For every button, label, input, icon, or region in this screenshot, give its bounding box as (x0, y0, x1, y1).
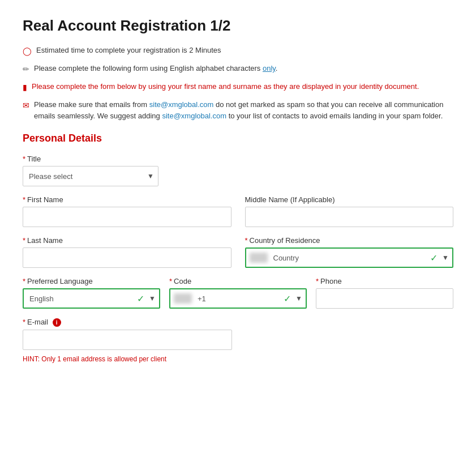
first-name-input[interactable] (23, 207, 231, 227)
country-select-wrapper: Country ✓ ▼ (245, 247, 454, 268)
title-group: *Title Please select Mr Mrs Ms Dr ▼ (23, 155, 453, 186)
email-label: *E-mail i (23, 318, 232, 327)
clock-icon: ◯ (23, 45, 32, 57)
phone-input[interactable] (316, 288, 453, 309)
only-link[interactable]: only (263, 64, 276, 72)
last-name-group: *Last Name (23, 236, 231, 268)
code-label: *Code (169, 277, 307, 285)
page-title: Real Account Registration 1/2 (23, 17, 453, 35)
title-label: *Title (23, 155, 453, 163)
id-icon: ▮ (23, 82, 27, 93)
title-select-wrapper: Please select Mr Mrs Ms Dr ▼ (23, 166, 158, 186)
phone-group: *Phone (316, 277, 453, 309)
email-icon: ✉ (23, 100, 29, 112)
info-list: ◯ Estimated time to complete your regist… (23, 45, 453, 121)
middle-name-label: Middle Name (If Applicable) (245, 195, 454, 204)
email-link-1[interactable]: site@xmglobal.com (149, 100, 214, 109)
first-name-label: *First Name (23, 195, 231, 204)
phone-label: *Phone (316, 277, 453, 285)
info-item-time: ◯ Estimated time to complete your regist… (23, 45, 453, 57)
pencil-icon: ✏ (23, 63, 29, 75)
email-group: *E-mail i HINT: Only 1 email address is … (23, 318, 232, 363)
language-select-wrapper: English Spanish French ✓ ▼ (23, 288, 160, 309)
title-select[interactable]: Please select Mr Mrs Ms Dr (23, 166, 158, 186)
email-hint: HINT: Only 1 email address is allowed pe… (23, 355, 232, 363)
last-name-label: *Last Name (23, 236, 231, 245)
preferred-language-group: *Preferred Language English Spanish Fren… (23, 277, 160, 309)
info-item-alphabet: ✏ Please complete the following form usi… (23, 63, 453, 75)
middle-name-input[interactable] (245, 207, 454, 227)
code-select-wrapper: +1 ✓ ▼ (169, 288, 307, 309)
code-select[interactable]: +1 (169, 288, 307, 309)
email-info-icon[interactable]: i (53, 318, 61, 327)
email-link-2[interactable]: site@xmglobal.com (162, 112, 226, 120)
info-item-identity: ▮ Please complete the form below by usin… (23, 81, 453, 93)
code-group: *Code +1 ✓ ▼ (169, 277, 307, 309)
section-title: Personal Details (23, 133, 453, 144)
middle-name-group: Middle Name (If Applicable) (245, 195, 454, 227)
country-label: *Country of Residence (245, 236, 454, 245)
email-input[interactable] (23, 330, 232, 350)
country-select[interactable]: Country (245, 247, 454, 268)
last-name-input[interactable] (23, 247, 231, 268)
country-group: *Country of Residence Country ✓ ▼ (245, 236, 454, 268)
info-item-email-spam: ✉ Please make sure that emails from site… (23, 99, 453, 121)
lang-phone-row: *Preferred Language English Spanish Fren… (23, 277, 453, 309)
language-select[interactable]: English Spanish French (23, 288, 160, 309)
preferred-language-label: *Preferred Language (23, 277, 160, 285)
form-grid: *First Name Middle Name (If Applicable) … (23, 195, 453, 268)
first-name-group: *First Name (23, 195, 231, 227)
phone-grid: *Preferred Language English Spanish Fren… (23, 277, 453, 309)
